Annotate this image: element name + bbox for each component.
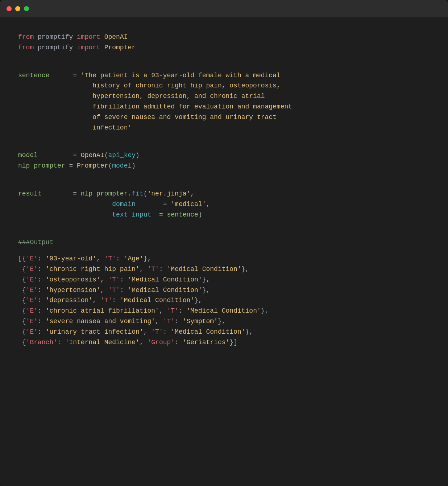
close-button[interactable] — [7, 6, 12, 11]
param-text-input: text_input — [112, 210, 151, 220]
output-line-1: [{'E': '93-year-old', 'T': 'Age'}, — [18, 254, 430, 264]
titlebar — [0, 0, 448, 17]
var-sentence: sentence — [18, 70, 49, 81]
var-model: model — [18, 150, 38, 161]
class-prompter: Prompter — [77, 161, 108, 171]
var-result: result — [18, 189, 42, 199]
param-model: model — [112, 161, 132, 171]
spacer-3 — [18, 171, 430, 183]
keyword-from: from — [18, 32, 34, 42]
model-line: model = OpenAI(api_key) — [18, 150, 430, 161]
keyword-import: import — [77, 32, 100, 42]
sentence-line-1: sentence = 'The patient is a 93-year-old… — [18, 70, 430, 81]
code-editor: from promptify import OpenAI from prompt… — [0, 17, 448, 366]
output-line-8: {'E': 'urinary tract infection', 'T': 'M… — [18, 327, 430, 337]
param-api-key: api_key — [108, 150, 136, 161]
spacer-5 — [18, 248, 430, 254]
import-line-2: from promptify import Prompter — [18, 42, 430, 53]
output-header-line: ###Output — [18, 237, 430, 248]
output-line-3: {'E': 'osteoporosis', 'T': 'Medical Cond… — [18, 275, 430, 285]
window: from promptify import OpenAI from prompt… — [0, 0, 448, 486]
spacer-1 — [18, 53, 430, 65]
output-line-6: {'E': 'chronic atrial fibrillation', 'T'… — [18, 306, 430, 316]
spacer-1b — [18, 65, 430, 70]
class-openai: OpenAI — [81, 150, 104, 161]
output-line-2: {'E': 'chronic right hip pain', 'T': 'Me… — [18, 264, 430, 275]
maximize-button[interactable] — [24, 6, 29, 11]
keyword-import-2: import — [77, 42, 100, 53]
import-line-1: from promptify import OpenAI — [18, 32, 430, 42]
sentence-line-4: fibrillation admitted for evaluation and… — [18, 102, 430, 112]
output-line-5: {'E': 'depression', 'T': 'Medical Condit… — [18, 295, 430, 306]
var-nlp: nlp_prompter — [18, 161, 65, 171]
spacer-2b — [18, 144, 430, 150]
nlp-line: nlp_prompter = Prompter(model) — [18, 161, 430, 171]
fn-fit: fit — [132, 189, 143, 199]
output-line-4: {'E': 'hypertension', 'T': 'Medical Cond… — [18, 285, 430, 296]
keyword-from-2: from — [18, 42, 34, 53]
spacer-4 — [18, 220, 430, 231]
output-header: ###Output — [18, 237, 53, 248]
spacer-2 — [18, 133, 430, 144]
sentence-line-5: of severe nausea and vomiting and urinar… — [18, 112, 430, 123]
param-domain: domain — [112, 199, 136, 210]
result-line-3: text_input = sentence) — [18, 210, 430, 220]
output-line-9: {'Branch': 'Internal Medicine', 'Group':… — [18, 337, 430, 348]
result-line-1: result = nlp_prompter.fit('ner.jinja', — [18, 189, 430, 199]
val-sentence: sentence — [167, 210, 198, 220]
result-line-2: domain = 'medical', — [18, 199, 430, 210]
obj-nlp: nlp_prompter — [81, 189, 128, 199]
output-line-7: {'E': 'severe nausea and vomiting', 'T':… — [18, 316, 430, 327]
spacer-4b — [18, 231, 430, 237]
minimize-button[interactable] — [15, 6, 20, 11]
spacer-3b — [18, 183, 430, 189]
sentence-line-6: infection' — [18, 123, 430, 133]
sentence-line-3: hypertension, depression, and chronic at… — [18, 91, 430, 102]
sentence-line-2: history of chronic right hip pain, osteo… — [18, 81, 430, 91]
